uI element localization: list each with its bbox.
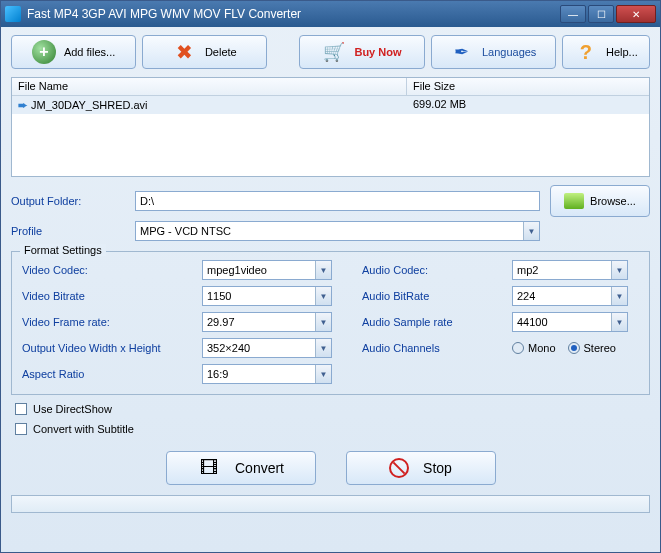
directshow-check-row[interactable]: Use DirectShow	[15, 403, 650, 415]
titlebar: Fast MP4 3GP AVI MPG WMV MOV FLV Convert…	[1, 1, 660, 27]
toolbar: Add files... Delete Buy Now Languages He…	[1, 27, 660, 77]
file-list-header: File Name File Size	[12, 78, 649, 96]
audio-sample-label: Audio Sample rate	[362, 316, 512, 328]
audio-codec-combo[interactable]: mp2▼	[512, 260, 628, 280]
checkbox-icon	[15, 403, 27, 415]
profile-combo[interactable]: MPG - VCD NTSC ▼	[135, 221, 540, 241]
help-icon	[574, 40, 598, 64]
buy-now-button[interactable]: Buy Now	[299, 35, 424, 69]
chevron-down-icon[interactable]: ▼	[315, 313, 331, 331]
film-icon	[197, 458, 221, 478]
file-row-size: 699.02 MB	[407, 96, 649, 114]
chevron-down-icon[interactable]: ▼	[315, 339, 331, 357]
delete-label: Delete	[205, 46, 237, 58]
languages-label: Languages	[482, 46, 536, 58]
directshow-label: Use DirectShow	[33, 403, 112, 415]
video-codec-combo[interactable]: mpeg1video▼	[202, 260, 332, 280]
video-bitrate-label: Video Bitrate	[22, 290, 202, 302]
audio-bitrate-label: Audio BitRate	[362, 290, 512, 302]
app-icon	[5, 6, 21, 22]
convert-label: Convert	[235, 460, 284, 476]
action-row: Convert Stop	[1, 451, 660, 485]
chevron-down-icon[interactable]: ▼	[315, 365, 331, 383]
profile-label: Profile	[11, 225, 131, 237]
audio-codec-label: Audio Codec:	[362, 264, 512, 276]
stereo-radio[interactable]: Stereo	[568, 342, 616, 354]
video-framerate-label: Video Frame rate:	[22, 316, 202, 328]
format-settings-group: Format Settings Video Codec: mpeg1video▼…	[11, 251, 650, 395]
video-bitrate-combo[interactable]: 1150▼	[202, 286, 332, 306]
video-codec-label: Video Codec:	[22, 264, 202, 276]
aspect-ratio-label: Aspect Ratio	[22, 368, 202, 380]
chevron-down-icon[interactable]: ▼	[523, 222, 539, 240]
pen-icon	[450, 40, 474, 64]
aspect-ratio-combo[interactable]: 16:9▼	[202, 364, 332, 384]
chevron-down-icon[interactable]: ▼	[315, 287, 331, 305]
file-row[interactable]: ➨ JM_30DAY_SHRED.avi 699.02 MB	[12, 96, 649, 114]
close-button[interactable]: ✕	[616, 5, 656, 23]
add-icon	[32, 40, 56, 64]
radio-icon	[512, 342, 524, 354]
audio-sample-combo[interactable]: 44100▼	[512, 312, 628, 332]
video-size-label: Output Video Width x Height	[22, 342, 202, 354]
chevron-down-icon[interactable]: ▼	[315, 261, 331, 279]
output-folder-row: Output Folder: Browse...	[11, 185, 650, 217]
format-legend: Format Settings	[20, 244, 106, 256]
file-name-text: JM_30DAY_SHRED.avi	[31, 99, 148, 111]
output-folder-input[interactable]	[135, 191, 540, 211]
file-row-name: ➨ JM_30DAY_SHRED.avi	[12, 96, 407, 114]
maximize-button[interactable]: ☐	[588, 5, 614, 23]
settings-grid: Video Codec: mpeg1video▼ Audio Codec: mp…	[22, 260, 639, 384]
video-framerate-combo[interactable]: 29.97▼	[202, 312, 332, 332]
arrow-icon: ➨	[18, 99, 27, 112]
chevron-down-icon[interactable]: ▼	[611, 287, 627, 305]
delete-icon	[173, 40, 197, 64]
folder-icon	[564, 193, 584, 209]
audio-channels-radios: Mono Stereo	[512, 342, 628, 354]
browse-label: Browse...	[590, 195, 636, 207]
stop-button[interactable]: Stop	[346, 451, 496, 485]
audio-bitrate-combo[interactable]: 224▼	[512, 286, 628, 306]
chevron-down-icon[interactable]: ▼	[611, 261, 627, 279]
delete-button[interactable]: Delete	[142, 35, 267, 69]
mono-radio[interactable]: Mono	[512, 342, 556, 354]
subtitle-check-row[interactable]: Convert with Subtitle	[15, 423, 650, 435]
window-controls: — ☐ ✕	[560, 5, 656, 23]
add-files-button[interactable]: Add files...	[11, 35, 136, 69]
output-folder-label: Output Folder:	[11, 195, 131, 207]
stop-icon	[389, 458, 409, 478]
file-list[interactable]: File Name File Size ➨ JM_30DAY_SHRED.avi…	[11, 77, 650, 177]
audio-channels-label: Audio Channels	[362, 342, 512, 354]
convert-button[interactable]: Convert	[166, 451, 316, 485]
header-filesize[interactable]: File Size	[407, 78, 649, 95]
checkbox-icon	[15, 423, 27, 435]
profile-value: MPG - VCD NTSC	[136, 225, 523, 237]
status-bar	[11, 495, 650, 513]
app-window: Fast MP4 3GP AVI MPG WMV MOV FLV Convert…	[0, 0, 661, 553]
languages-button[interactable]: Languages	[431, 35, 556, 69]
subtitle-label: Convert with Subtitle	[33, 423, 134, 435]
chevron-down-icon[interactable]: ▼	[611, 313, 627, 331]
profile-row: Profile MPG - VCD NTSC ▼	[11, 221, 650, 241]
browse-button[interactable]: Browse...	[550, 185, 650, 217]
minimize-button[interactable]: —	[560, 5, 586, 23]
window-title: Fast MP4 3GP AVI MPG WMV MOV FLV Convert…	[27, 7, 560, 21]
cart-icon	[322, 40, 346, 64]
buy-now-label: Buy Now	[354, 46, 401, 58]
stop-label: Stop	[423, 460, 452, 476]
help-button[interactable]: Help...	[562, 35, 650, 69]
add-files-label: Add files...	[64, 46, 115, 58]
radio-icon	[568, 342, 580, 354]
video-size-combo[interactable]: 352×240▼	[202, 338, 332, 358]
header-filename[interactable]: File Name	[12, 78, 407, 95]
help-label: Help...	[606, 46, 638, 58]
